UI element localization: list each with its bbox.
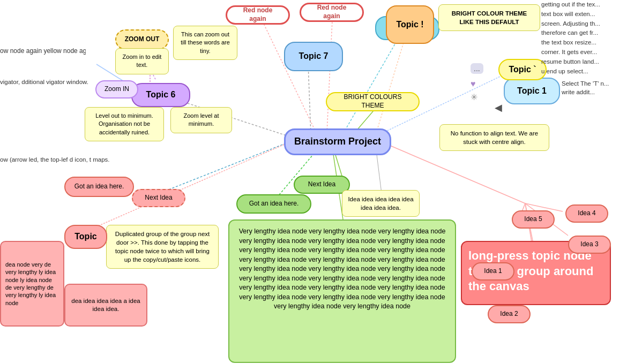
topicExclaim-node[interactable]: Topic !	[386, 5, 434, 44]
zoom-out-desc: This can zoom out till these words are t…	[173, 26, 237, 60]
level-out-node: Level out to minimum. Organisation not b…	[85, 107, 164, 141]
duplicate-note: Duplicated group of the group next door …	[106, 225, 219, 269]
brainstorm-node[interactable]: Brainstorm Project	[284, 128, 391, 155]
svg-line-2	[343, 32, 402, 134]
long-green-node[interactable]: Very lengthy idea node very lengthy idea…	[228, 219, 456, 363]
heart-icon: ♥	[471, 79, 476, 89]
zoom-in-node[interactable]: Zoom IN	[95, 80, 138, 98]
zoom-level-node: Zoom level at minimum.	[170, 107, 232, 133]
idea5-node[interactable]: Idea 5	[512, 210, 555, 229]
topicTick-node[interactable]: Topic `	[498, 59, 547, 80]
got-idea-right[interactable]: Got an idea here.	[236, 194, 311, 214]
svg-line-7	[161, 142, 289, 193]
zoom-out-node[interactable]: ZOOM OUT	[115, 29, 169, 50]
bright-colour-box: BRIGHT COLOUR THEME LIKE THIS DEFAULT	[438, 4, 540, 31]
idea4-node[interactable]: Idea 4	[565, 204, 608, 223]
next-idea-left[interactable]: Next Idea	[132, 189, 185, 207]
arrow-left-icon: ◀	[495, 102, 502, 113]
idea-idea-box: Idea idea idea idea idea idea idea idea.	[342, 190, 420, 217]
topic7-node[interactable]: Topic 7	[284, 42, 343, 71]
yellow-node-text: ow node again yellow node again	[0, 47, 86, 55]
select-the-note: Select The 'T' n...write addit...	[562, 79, 609, 96]
dots-icon[interactable]: ...	[471, 63, 483, 74]
no-function-align: No function to align text. We are stuck …	[439, 124, 549, 151]
zoom-in-desc: Zoom in to edit text.	[115, 48, 169, 74]
svg-line-22	[263, 21, 316, 133]
asterisk-icon: ✳	[471, 92, 477, 102]
idea3-node[interactable]: Idea 3	[568, 236, 611, 254]
red-node-again2[interactable]: Red node again	[300, 3, 364, 22]
left-long-red1[interactable]: dea node very de very lengthy ly idea no…	[0, 241, 64, 327]
idea2-node[interactable]: Idea 2	[488, 305, 531, 323]
red-node-again1[interactable]: Red node again	[226, 5, 290, 25]
topic-left-node[interactable]: Topic	[64, 225, 107, 249]
idea-idea-left[interactable]: dea idea idea idea a idea idea idea.	[64, 284, 147, 327]
left-text-2: ow (arrow led, the top-lef d icon, t map…	[0, 155, 110, 164]
next-idea-right[interactable]: Next Idea	[294, 176, 350, 194]
mindmap-canvas[interactable]: Brainstorm Project Topic 5 Topic 7 Topic…	[0, 0, 627, 364]
got-idea-left[interactable]: Got an idea here.	[64, 177, 134, 197]
left-text-1: vigator, dditional vigator window.	[0, 78, 88, 87]
bright-colours-theme-node[interactable]: BRIGHT COLOURS THEME	[326, 92, 420, 111]
idea1-node[interactable]: Idea 1	[472, 262, 514, 280]
svg-line-1	[308, 64, 311, 134]
topic6-node[interactable]: Topic 6	[131, 83, 190, 107]
svg-line-23	[327, 20, 332, 133]
